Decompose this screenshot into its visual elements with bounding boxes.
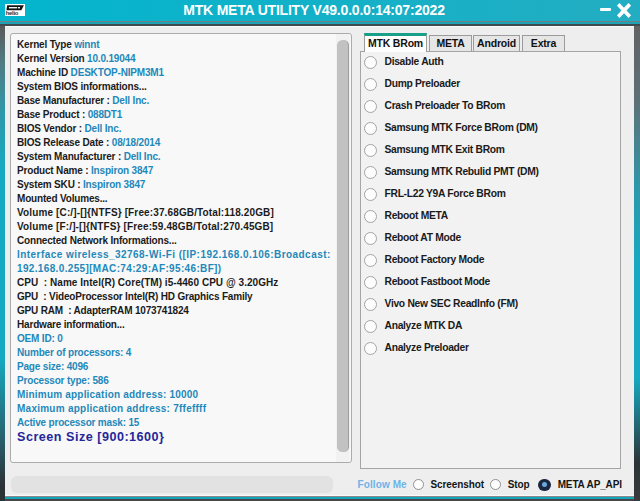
svg-text:helio: helio [5, 9, 18, 15]
